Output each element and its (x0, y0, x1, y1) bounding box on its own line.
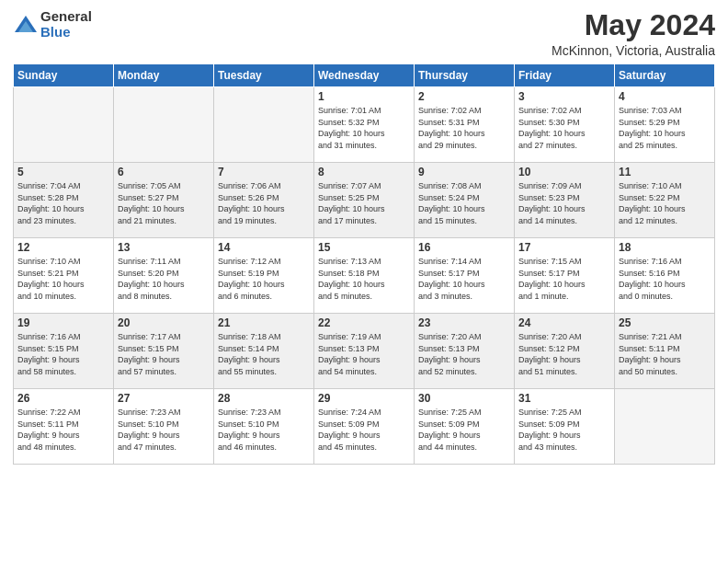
calendar-cell: 10Sunrise: 7:09 AMSunset: 5:23 PMDayligh… (515, 163, 615, 238)
day-number: 31 (518, 392, 610, 405)
day-number: 16 (418, 241, 510, 254)
day-info: Sunrise: 7:23 AMSunset: 5:10 PMDaylight:… (218, 407, 310, 453)
title-block: May 2024 McKinnon, Victoria, Australia (552, 9, 715, 58)
calendar-week-row-1: 1Sunrise: 7:01 AMSunset: 5:32 PMDaylight… (14, 87, 715, 163)
day-info: Sunrise: 7:02 AMSunset: 5:31 PMDaylight:… (418, 105, 510, 151)
day-number: 26 (17, 392, 109, 405)
calendar-cell (214, 87, 314, 163)
day-number: 22 (318, 316, 410, 329)
day-number: 13 (118, 241, 210, 254)
calendar-cell: 6Sunrise: 7:05 AMSunset: 5:27 PMDaylight… (114, 163, 214, 238)
calendar-cell: 1Sunrise: 7:01 AMSunset: 5:32 PMDaylight… (314, 87, 415, 163)
day-number: 14 (218, 241, 310, 254)
day-info: Sunrise: 7:23 AMSunset: 5:10 PMDaylight:… (118, 407, 210, 453)
logo-general-label: General (40, 9, 92, 25)
logo: General Blue (13, 9, 92, 40)
day-number: 15 (318, 241, 410, 254)
header-wednesday: Wednesday (314, 64, 415, 87)
day-number: 6 (118, 166, 210, 178)
day-info: Sunrise: 7:11 AMSunset: 5:20 PMDaylight:… (118, 256, 210, 302)
calendar-cell: 3Sunrise: 7:02 AMSunset: 5:30 PMDaylight… (515, 87, 615, 163)
day-info: Sunrise: 7:24 AMSunset: 5:09 PMDaylight:… (318, 407, 410, 453)
day-info: Sunrise: 7:04 AMSunset: 5:28 PMDaylight:… (17, 180, 109, 226)
calendar-cell: 25Sunrise: 7:21 AMSunset: 5:11 PMDayligh… (615, 314, 715, 389)
day-number: 27 (118, 392, 210, 405)
day-number: 28 (218, 392, 310, 405)
day-info: Sunrise: 7:25 AMSunset: 5:09 PMDaylight:… (418, 407, 510, 453)
calendar-cell: 14Sunrise: 7:12 AMSunset: 5:19 PMDayligh… (214, 238, 314, 314)
day-info: Sunrise: 7:02 AMSunset: 5:30 PMDaylight:… (518, 105, 610, 151)
day-number: 5 (17, 166, 109, 178)
calendar-cell: 22Sunrise: 7:19 AMSunset: 5:13 PMDayligh… (314, 314, 415, 389)
calendar-cell: 27Sunrise: 7:23 AMSunset: 5:10 PMDayligh… (114, 389, 214, 465)
day-number: 25 (619, 316, 711, 329)
calendar-week-row-3: 12Sunrise: 7:10 AMSunset: 5:21 PMDayligh… (14, 238, 715, 314)
day-number: 20 (118, 316, 210, 329)
calendar-cell: 11Sunrise: 7:10 AMSunset: 5:22 PMDayligh… (615, 163, 715, 238)
location-label: McKinnon, Victoria, Australia (552, 43, 715, 58)
day-info: Sunrise: 7:20 AMSunset: 5:12 PMDaylight:… (518, 331, 610, 377)
calendar-cell: 13Sunrise: 7:11 AMSunset: 5:20 PMDayligh… (114, 238, 214, 314)
calendar-cell: 18Sunrise: 7:16 AMSunset: 5:16 PMDayligh… (615, 238, 715, 314)
calendar-cell: 16Sunrise: 7:14 AMSunset: 5:17 PMDayligh… (415, 238, 515, 314)
calendar-cell: 12Sunrise: 7:10 AMSunset: 5:21 PMDayligh… (14, 238, 114, 314)
calendar-cell: 26Sunrise: 7:22 AMSunset: 5:11 PMDayligh… (14, 389, 114, 465)
page: General Blue May 2024 McKinnon, Victoria… (0, 0, 728, 563)
day-info: Sunrise: 7:06 AMSunset: 5:26 PMDaylight:… (218, 180, 310, 226)
calendar-cell: 19Sunrise: 7:16 AMSunset: 5:15 PMDayligh… (14, 314, 114, 389)
header-saturday: Saturday (615, 64, 715, 87)
day-info: Sunrise: 7:08 AMSunset: 5:24 PMDaylight:… (418, 180, 510, 226)
day-number: 11 (619, 166, 711, 178)
day-number: 18 (619, 241, 711, 254)
calendar-cell: 5Sunrise: 7:04 AMSunset: 5:28 PMDaylight… (14, 163, 114, 238)
day-number: 24 (518, 316, 610, 329)
day-info: Sunrise: 7:07 AMSunset: 5:25 PMDaylight:… (318, 180, 410, 226)
header-sunday: Sunday (14, 64, 114, 87)
calendar-cell: 31Sunrise: 7:25 AMSunset: 5:09 PMDayligh… (515, 389, 615, 465)
day-number: 19 (17, 316, 109, 329)
header-friday: Friday (515, 64, 615, 87)
calendar-cell (14, 87, 114, 163)
day-info: Sunrise: 7:13 AMSunset: 5:18 PMDaylight:… (318, 256, 410, 302)
month-title: May 2024 (552, 9, 715, 41)
calendar-cell: 4Sunrise: 7:03 AMSunset: 5:29 PMDaylight… (615, 87, 715, 163)
day-number: 12 (17, 241, 109, 254)
calendar-header-row: Sunday Monday Tuesday Wednesday Thursday… (14, 64, 715, 87)
calendar-cell: 7Sunrise: 7:06 AMSunset: 5:26 PMDaylight… (214, 163, 314, 238)
calendar-cell: 23Sunrise: 7:20 AMSunset: 5:13 PMDayligh… (415, 314, 515, 389)
header-monday: Monday (114, 64, 214, 87)
day-info: Sunrise: 7:19 AMSunset: 5:13 PMDaylight:… (318, 331, 410, 377)
calendar-cell: 15Sunrise: 7:13 AMSunset: 5:18 PMDayligh… (314, 238, 415, 314)
logo-icon (13, 12, 39, 38)
calendar-cell: 30Sunrise: 7:25 AMSunset: 5:09 PMDayligh… (415, 389, 515, 465)
day-info: Sunrise: 7:09 AMSunset: 5:23 PMDaylight:… (518, 180, 610, 226)
day-number: 30 (418, 392, 510, 405)
day-info: Sunrise: 7:18 AMSunset: 5:14 PMDaylight:… (218, 331, 310, 377)
header-tuesday: Tuesday (214, 64, 314, 87)
calendar-cell: 24Sunrise: 7:20 AMSunset: 5:12 PMDayligh… (515, 314, 615, 389)
day-number: 21 (218, 316, 310, 329)
day-info: Sunrise: 7:12 AMSunset: 5:19 PMDaylight:… (218, 256, 310, 302)
day-number: 4 (619, 90, 711, 103)
day-info: Sunrise: 7:14 AMSunset: 5:17 PMDaylight:… (418, 256, 510, 302)
day-number: 3 (518, 90, 610, 103)
calendar-week-row-2: 5Sunrise: 7:04 AMSunset: 5:28 PMDaylight… (14, 163, 715, 238)
calendar-week-row-5: 26Sunrise: 7:22 AMSunset: 5:11 PMDayligh… (14, 389, 715, 465)
day-info: Sunrise: 7:21 AMSunset: 5:11 PMDaylight:… (619, 331, 711, 377)
calendar-cell: 28Sunrise: 7:23 AMSunset: 5:10 PMDayligh… (214, 389, 314, 465)
logo-text: General Blue (40, 9, 92, 40)
calendar-cell: 8Sunrise: 7:07 AMSunset: 5:25 PMDaylight… (314, 163, 415, 238)
calendar-cell: 9Sunrise: 7:08 AMSunset: 5:24 PMDaylight… (415, 163, 515, 238)
calendar-cell (615, 389, 715, 465)
day-info: Sunrise: 7:01 AMSunset: 5:32 PMDaylight:… (318, 105, 410, 151)
calendar-cell: 17Sunrise: 7:15 AMSunset: 5:17 PMDayligh… (515, 238, 615, 314)
day-info: Sunrise: 7:10 AMSunset: 5:22 PMDaylight:… (619, 180, 711, 226)
day-info: Sunrise: 7:15 AMSunset: 5:17 PMDaylight:… (518, 256, 610, 302)
day-info: Sunrise: 7:17 AMSunset: 5:15 PMDaylight:… (118, 331, 210, 377)
calendar-cell: 2Sunrise: 7:02 AMSunset: 5:31 PMDaylight… (415, 87, 515, 163)
header: General Blue May 2024 McKinnon, Victoria… (13, 9, 715, 58)
day-info: Sunrise: 7:10 AMSunset: 5:21 PMDaylight:… (17, 256, 109, 302)
calendar-table: Sunday Monday Tuesday Wednesday Thursday… (13, 63, 715, 465)
day-info: Sunrise: 7:22 AMSunset: 5:11 PMDaylight:… (17, 407, 109, 453)
day-number: 7 (218, 166, 310, 178)
